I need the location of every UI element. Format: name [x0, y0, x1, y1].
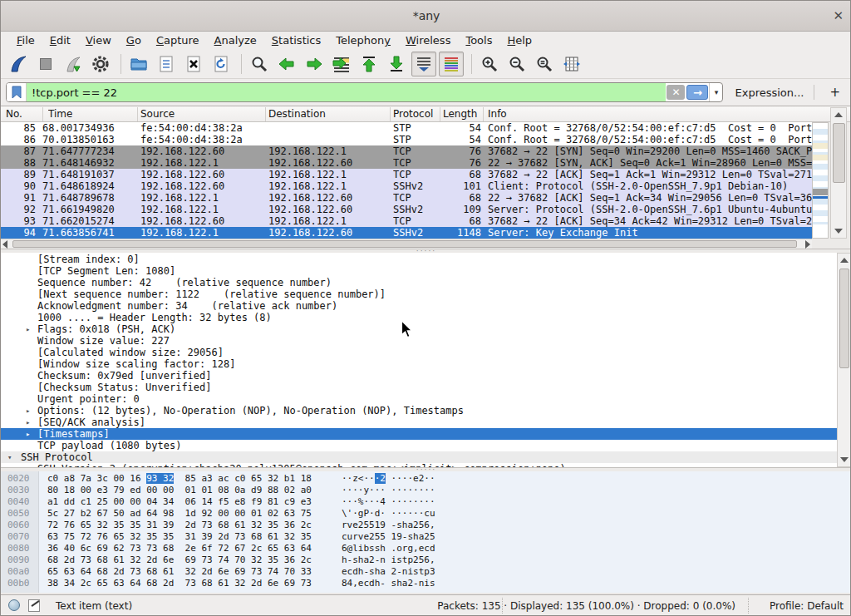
hex-row[interactable]: 008036 40 6c 69 62 73 73 68 2e 6f 72 67 …	[1, 543, 851, 554]
packet-row[interactable]: 9371.662015274192.168.122.60192.168.122.…	[1, 215, 812, 227]
intelligent-scrollbar-minimap[interactable]	[812, 122, 829, 239]
menu-analyze[interactable]: Analyze	[207, 32, 264, 48]
col-no[interactable]: No.	[6, 108, 22, 120]
detail-line[interactable]: [Checksum Status: Unverified]	[1, 382, 837, 393]
details-vscrollbar[interactable]	[837, 253, 851, 467]
go-to-packet-icon[interactable]	[329, 52, 354, 76]
packet-list-hscrollbar[interactable]	[1, 239, 812, 249]
detail-line[interactable]: ▾SSH Protocol	[1, 451, 837, 463]
go-first-icon[interactable]	[357, 52, 381, 76]
packet-row[interactable]: 9171.648789678192.168.122.1192.168.122.6…	[1, 192, 812, 204]
menu-statistics[interactable]: Statistics	[264, 32, 328, 48]
detail-line[interactable]: [TCP Segment Len: 1080]	[1, 265, 837, 277]
collapsed-icon[interactable]: ▸	[26, 405, 30, 416]
menu-file[interactable]: File	[9, 32, 42, 48]
col-destination[interactable]: Destination	[268, 108, 326, 120]
go-forward-icon[interactable]	[302, 52, 327, 76]
detail-line[interactable]: Checksum: 0x79ed [unverified]	[1, 370, 837, 382]
hex-row[interactable]: 009068 2d 73 68 61 32 2d 6e 69 73 74 70 …	[1, 554, 851, 566]
packet-row[interactable]: 8971.648191037192.168.122.60192.168.122.…	[1, 169, 812, 180]
collapsed-icon[interactable]: ▸	[26, 428, 30, 440]
scroll-down-icon[interactable]	[831, 224, 846, 238]
menu-view[interactable]: View	[78, 32, 119, 48]
menu-go[interactable]: Go	[119, 32, 149, 48]
hex-row[interactable]: 00b038 34 2c 65 63 64 68 2d 73 68 61 32 …	[1, 578, 851, 589]
start-capture-icon[interactable]	[6, 52, 31, 76]
zoom-out-icon[interactable]	[504, 52, 529, 76]
hex-row[interactable]: 00505c 27 b2 67 50 ad 64 98 1d 92 00 00 …	[1, 508, 851, 520]
scroll-up-icon[interactable]	[831, 108, 846, 121]
close-icon[interactable]: ✕	[833, 8, 844, 23]
detail-line[interactable]: [Calculated window size: 29056]	[1, 347, 837, 358]
menu-tools[interactable]: Tools	[458, 32, 499, 48]
colorize-icon[interactable]	[439, 52, 464, 76]
filter-bookmark-icon[interactable]	[7, 83, 27, 101]
detail-line[interactable]: ▸[SEQ/ACK analysis]	[1, 416, 837, 428]
expression-button[interactable]: Expression...	[735, 86, 804, 99]
hex-row[interactable]: 0020c0 a8 7a 3c 00 16 93 32 85 a3 ac c0 …	[1, 473, 851, 485]
packet-row[interactable]: 8670.013850163fe:54:00:d4:38:2aSTP54Conf…	[1, 134, 812, 145]
detail-line[interactable]: Window size value: 227	[1, 335, 837, 347]
detail-line[interactable]: [Next sequence number: 1122 (relative se…	[1, 288, 837, 300]
col-protocol[interactable]: Protocol	[393, 108, 433, 120]
add-filter-button[interactable]: +	[823, 85, 847, 100]
hex-row[interactable]: 006072 76 65 32 35 35 31 39 2d 73 68 61 …	[1, 520, 851, 531]
menu-capture[interactable]: Capture	[149, 32, 207, 48]
open-file-icon[interactable]	[126, 52, 151, 76]
collapsed-icon[interactable]: ▸	[26, 416, 30, 428]
find-packet-icon[interactable]	[247, 52, 272, 76]
packet-row[interactable]: 8568.001734936fe:54:00:d4:38:2aSTP54Conf…	[1, 122, 812, 134]
packet-row[interactable]: 9471.663856741192.168.122.1192.168.122.6…	[1, 227, 812, 239]
hex-row[interactable]: 0040a1 dd c1 25 00 00 04 34 06 14 f5 e8 …	[1, 496, 851, 508]
detail-line[interactable]: TCP payload (1080 bytes)	[1, 440, 837, 451]
detail-line[interactable]: [Window size scaling factor: 128]	[1, 358, 837, 370]
menu-edit[interactable]: Edit	[42, 32, 78, 48]
zoom-in-icon[interactable]	[477, 52, 502, 76]
zoom-original-icon[interactable]	[532, 52, 557, 76]
packet-row[interactable]: 8871.648146932192.168.122.1192.168.122.6…	[1, 157, 812, 169]
capture-options-icon[interactable]	[88, 52, 113, 76]
go-last-icon[interactable]	[384, 52, 409, 76]
filter-expression-value[interactable]: !tcp.port == 22	[27, 83, 666, 101]
hex-row[interactable]: 007063 75 72 76 65 32 35 35 31 39 2d 73 …	[1, 531, 851, 543]
col-source[interactable]: Source	[140, 108, 175, 120]
packet-list-vscrollbar[interactable]	[830, 107, 847, 239]
filter-clear-icon[interactable]: ✕	[667, 85, 685, 100]
filter-dropdown-icon[interactable]: ▾	[709, 83, 722, 101]
scroll-right-icon[interactable]	[805, 240, 810, 249]
resize-columns-icon[interactable]	[559, 52, 584, 76]
detail-line[interactable]: Acknowledgment number: 34 (relative ack …	[1, 300, 837, 312]
col-time[interactable]: Time	[48, 108, 72, 120]
detail-line[interactable]: Urgent pointer: 0	[1, 393, 837, 405]
capture-comment-icon[interactable]	[28, 599, 40, 612]
col-info[interactable]: Info	[488, 108, 507, 120]
filter-apply-icon[interactable]: →	[686, 85, 708, 100]
scroll-down-icon[interactable]	[838, 453, 850, 466]
scroll-up-icon[interactable]	[838, 254, 850, 267]
menu-wireless[interactable]: Wireless	[398, 32, 458, 48]
display-filter-input[interactable]: !tcp.port == 22 ✕ → ▾	[6, 82, 723, 102]
expanded-icon[interactable]: ▾	[7, 451, 12, 463]
scrollbar-slider[interactable]	[12, 240, 797, 248]
collapsed-icon[interactable]: ▸	[26, 323, 30, 335]
detail-line[interactable]: ▸[Timestamps]	[1, 428, 837, 440]
detail-line[interactable]: ▸Flags: 0x018 (PSH, ACK)	[1, 323, 837, 335]
stop-capture-icon[interactable]	[33, 52, 58, 76]
expert-info-icon[interactable]	[8, 599, 20, 611]
save-file-icon[interactable]	[154, 52, 179, 76]
packet-row[interactable]: 9271.661949820192.168.122.1192.168.122.6…	[1, 204, 812, 215]
detail-line[interactable]: [Stream index: 0]	[1, 254, 837, 265]
packet-row[interactable]: 9071.648618924192.168.122.60192.168.122.…	[1, 180, 812, 192]
scrollbar-slider[interactable]	[839, 269, 849, 368]
scroll-left-icon[interactable]	[2, 240, 7, 249]
detail-line[interactable]: ▸Options: (12 bytes), No-Operation (NOP)…	[1, 405, 837, 416]
scrollbar-slider[interactable]	[833, 123, 845, 183]
auto-scroll-icon[interactable]	[411, 52, 436, 76]
detail-line[interactable]: Sequence number: 42 (relative sequence n…	[1, 277, 837, 288]
go-back-icon[interactable]	[274, 52, 299, 76]
hex-row[interactable]: 00a065 63 64 68 2d 73 68 61 32 2d 6e 69 …	[1, 566, 851, 578]
close-file-icon[interactable]	[181, 52, 206, 76]
col-length[interactable]: Length	[443, 108, 480, 120]
reload-file-icon[interactable]	[209, 52, 234, 76]
restart-capture-icon[interactable]	[61, 52, 86, 76]
